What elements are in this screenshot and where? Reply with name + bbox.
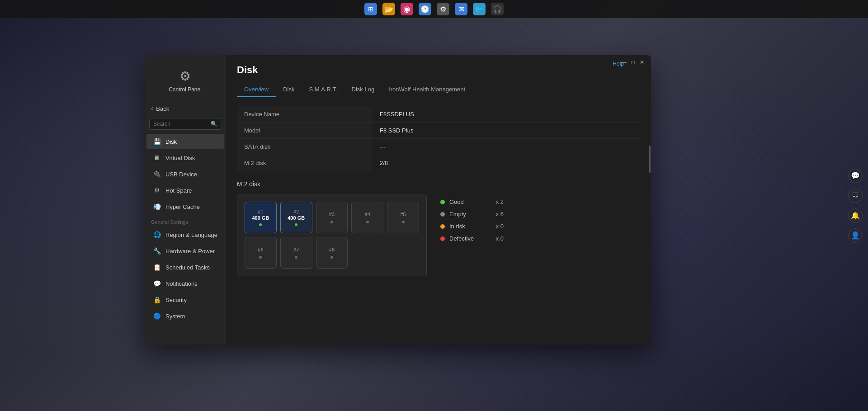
info-label-model: Model bbox=[237, 123, 373, 139]
info-table: Device Name F8SSDPLUS Model F8 SSD Plus … bbox=[237, 106, 640, 171]
sidebar-item-region-label: Region & Language bbox=[165, 231, 217, 238]
taskbar-mail-icon[interactable]: ✉ bbox=[455, 3, 467, 15]
slot5-indicator bbox=[402, 221, 405, 223]
slot6-indicator bbox=[259, 256, 262, 259]
disk-slot-6[interactable]: #6 bbox=[245, 237, 277, 269]
tab-ironwolf[interactable]: IronWolf Health Management bbox=[382, 82, 472, 97]
table-row: Model F8 SSD Plus bbox=[237, 123, 640, 139]
search-icon: 🔍 bbox=[211, 121, 217, 127]
sidebar-item-hardware-label: Hardware & Power bbox=[165, 248, 215, 255]
sidebar-item-hyper-cache[interactable]: 💨 Hyper Cache bbox=[146, 199, 224, 214]
legend-in-risk-count: x 0 bbox=[490, 223, 504, 230]
general-settings-label: General Settings bbox=[145, 215, 226, 227]
sidebar-item-virtual-disk[interactable]: 🖥 Virtual Disk bbox=[146, 150, 224, 165]
empty-dot bbox=[440, 212, 445, 217]
slot4-indicator bbox=[366, 221, 369, 223]
disk-slot-4[interactable]: #4 bbox=[351, 202, 383, 233]
security-icon: 🔒 bbox=[153, 296, 161, 304]
legend-empty-label: Empty bbox=[449, 211, 486, 217]
taskbar-bird-icon[interactable]: 🐦 bbox=[473, 3, 486, 15]
disk-slot-5[interactable]: #5 bbox=[387, 202, 419, 233]
table-row: M.2 disk 2/8 bbox=[237, 155, 640, 171]
legend-good-count: x 2 bbox=[490, 198, 504, 205]
disk-grid-row1: #1 400 GB #2 400 GB #3 bbox=[245, 202, 419, 233]
legend-good-label: Good bbox=[449, 198, 486, 205]
legend-defective: Defective x 0 bbox=[440, 235, 504, 242]
slot3-indicator bbox=[330, 221, 333, 223]
slot7-indicator bbox=[295, 256, 297, 259]
back-label: Back bbox=[156, 105, 169, 112]
right-panel: 💬 🗨 🔔 👤 bbox=[848, 169, 863, 243]
tab-bar: Overview Disk S.M.A.R.T. Disk Log IronWo… bbox=[237, 82, 640, 97]
control-panel-icon: ⚙ bbox=[179, 69, 191, 84]
table-row: Device Name F8SSDPLUS bbox=[237, 106, 640, 123]
maximize-button[interactable]: □ bbox=[629, 59, 637, 66]
sidebar-item-disk-label: Disk bbox=[165, 138, 177, 145]
slot1-indicator bbox=[259, 223, 262, 226]
slot8-indicator bbox=[330, 256, 333, 259]
sidebar-item-notifications-label: Notifications bbox=[165, 280, 198, 287]
sidebar-item-hot-spare-label: Hot Spare bbox=[165, 187, 192, 194]
sidebar-header: ⚙ Control Panel bbox=[145, 64, 226, 102]
legend-defective-label: Defective bbox=[449, 235, 486, 242]
m2-section: M.2 disk #1 400 GB #2 400 GB bbox=[237, 180, 640, 276]
taskbar-grid-icon[interactable]: ⊞ bbox=[364, 3, 377, 15]
m2-section-title: M.2 disk bbox=[237, 180, 640, 188]
legend-defective-count: x 0 bbox=[490, 235, 504, 242]
control-panel-label: Control Panel bbox=[169, 86, 202, 93]
sidebar-item-virtual-disk-label: Virtual Disk bbox=[165, 155, 195, 161]
defective-dot bbox=[440, 236, 445, 241]
sidebar-item-system[interactable]: 🔵 System bbox=[146, 308, 224, 324]
back-button[interactable]: Back bbox=[145, 102, 226, 115]
taskbar-headset-icon[interactable]: 🎧 bbox=[491, 3, 504, 15]
right-panel-chat-icon[interactable]: 🗨 bbox=[848, 189, 863, 203]
disk-slot-7[interactable]: #7 bbox=[280, 237, 312, 269]
taskbar-clock-icon[interactable]: 🕐 bbox=[419, 3, 431, 15]
tab-overview[interactable]: Overview bbox=[237, 82, 276, 97]
disk-icon: 💾 bbox=[153, 137, 161, 146]
sidebar-item-security[interactable]: 🔒 Security bbox=[146, 292, 224, 307]
disk-legend: Good x 2 Empty x 6 In risk x 0 bbox=[440, 194, 504, 242]
disk-grid-container: #1 400 GB #2 400 GB #3 bbox=[237, 194, 427, 276]
disk-slot-8[interactable]: #8 bbox=[316, 237, 348, 269]
info-value-m2: 2/8 bbox=[373, 155, 640, 171]
hot-spare-icon: ⚙ bbox=[153, 186, 161, 194]
sidebar-item-scheduled-label: Scheduled Tasks bbox=[165, 264, 210, 271]
disk-slot-1[interactable]: #1 400 GB bbox=[245, 202, 277, 233]
disk-slot-2[interactable]: #2 400 GB bbox=[280, 202, 312, 233]
right-panel-user-icon[interactable]: 👤 bbox=[848, 228, 863, 243]
taskbar-gear-icon[interactable]: ⚙ bbox=[437, 3, 449, 15]
sidebar-item-scheduled-tasks[interactable]: 📋 Scheduled Tasks bbox=[146, 260, 224, 275]
tab-smart[interactable]: S.M.A.R.T. bbox=[302, 82, 344, 97]
legend-empty: Empty x 6 bbox=[440, 211, 504, 217]
taskbar-circle-icon[interactable]: ◉ bbox=[401, 3, 413, 15]
slot2-indicator bbox=[295, 223, 297, 226]
info-label-sata: SATA disk bbox=[237, 139, 373, 155]
tab-disk[interactable]: Disk bbox=[276, 82, 302, 97]
legend-in-risk: In risk x 0 bbox=[440, 223, 504, 230]
right-panel-comment-icon[interactable]: 💬 bbox=[848, 169, 863, 183]
sidebar-item-hardware-power[interactable]: 🔧 Hardware & Power bbox=[146, 243, 224, 259]
system-icon: 🔵 bbox=[153, 312, 161, 320]
sidebar-item-region-language[interactable]: 🌐 Region & Language bbox=[146, 227, 224, 242]
disk-section: #1 400 GB #2 400 GB #3 bbox=[237, 194, 640, 276]
sidebar-search: 🔍 bbox=[149, 118, 221, 130]
minimize-button[interactable]: — bbox=[620, 59, 627, 66]
page-title: Disk bbox=[237, 64, 640, 76]
close-button[interactable]: ✕ bbox=[638, 59, 646, 66]
legend-in-risk-label: In risk bbox=[449, 223, 486, 230]
sidebar-item-security-label: Security bbox=[165, 297, 187, 303]
disk-slot-3[interactable]: #3 bbox=[316, 202, 348, 233]
sidebar-item-hot-spare[interactable]: ⚙ Hot Spare bbox=[146, 183, 224, 198]
sidebar-item-notifications[interactable]: 💬 Notifications bbox=[146, 276, 224, 291]
sidebar: ⚙ Control Panel Back 🔍 💾 Disk 🖥 Virtual … bbox=[145, 55, 226, 345]
tab-disk-log[interactable]: Disk Log bbox=[344, 82, 382, 97]
sidebar-item-usb-device[interactable]: 🔌 USB Device bbox=[146, 166, 224, 182]
table-row: SATA disk --- bbox=[237, 139, 640, 155]
sidebar-item-usb-label: USB Device bbox=[165, 171, 197, 178]
sidebar-item-disk[interactable]: 💾 Disk bbox=[146, 134, 224, 149]
taskbar-folder-icon[interactable]: 📂 bbox=[382, 3, 395, 15]
region-icon: 🌐 bbox=[153, 231, 161, 239]
info-value-device-name: F8SSDPLUS bbox=[373, 106, 640, 123]
right-panel-bell-icon[interactable]: 🔔 bbox=[848, 208, 863, 223]
